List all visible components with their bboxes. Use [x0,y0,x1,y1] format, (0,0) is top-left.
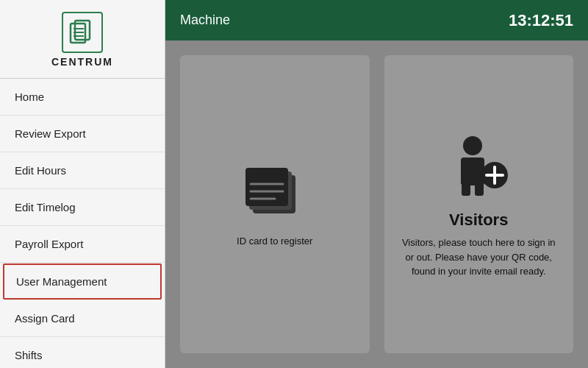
centrum-logo-svg [68,18,97,47]
visitors-panel[interactable]: Visitors Visitors, please touch here to … [384,55,574,353]
id-card-panel[interactable]: ID card to register [180,55,370,353]
content-area: ID card to register [165,40,588,368]
sidebar-item-payroll-export[interactable]: Payroll Export [0,226,165,263]
sidebar-item-review-export[interactable]: Review Export [0,116,165,152]
sidebar-item-edit-timelog[interactable]: Edit Timelog [0,189,165,226]
visitor-icon [442,130,515,203]
sidebar-item-edit-hours[interactable]: Edit Hours [0,152,165,189]
header-time: 13:12:51 [509,11,573,30]
logo-area: CENTRUM [0,0,165,79]
visitors-description: Visitors, please touch here to sign in o… [399,236,559,279]
sidebar-item-user-management[interactable]: User Management [3,263,162,300]
id-card-icon [242,160,308,227]
sidebar-item-assign-card[interactable]: Assign Card [0,300,165,337]
svg-point-11 [463,136,482,155]
main-content: Machine 13:12:51 ID card to register [165,0,588,368]
logo-text: CENTRUM [51,56,113,68]
sidebar: CENTRUM Home Review Export Edit Hours Ed… [0,0,165,368]
nav-menu: Home Review Export Edit Hours Edit Timel… [0,79,165,368]
sidebar-item-shifts[interactable]: Shifts [0,337,165,368]
visitors-title: Visitors [449,210,508,230]
header-title: Machine [180,13,230,28]
logo-icon [62,12,103,53]
svg-rect-13 [462,181,470,196]
svg-rect-14 [475,181,484,196]
app-header: Machine 13:12:51 [165,0,588,40]
sidebar-item-home[interactable]: Home [0,79,165,116]
id-card-description: ID card to register [237,234,312,249]
svg-rect-7 [245,168,288,206]
